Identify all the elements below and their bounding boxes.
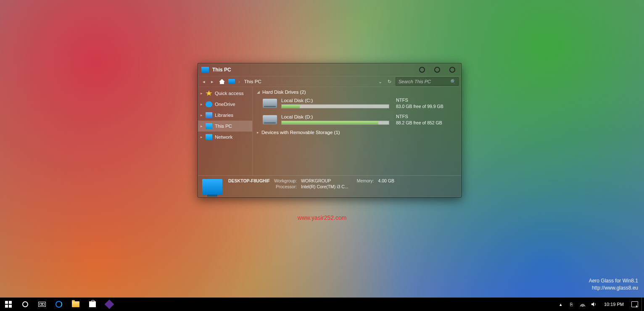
watermark-center: www.yasir252.com xyxy=(298,214,347,221)
network-icon xyxy=(206,134,212,140)
desktop-wallpaper: This PC ◂ ▸ › This PC ⌄ ↻ Search This PC… xyxy=(0,0,644,311)
libraries-icon xyxy=(206,112,212,118)
breadcrumb-dropdown[interactable]: ⌄ xyxy=(377,79,383,84)
task-view-icon xyxy=(38,302,46,307)
usage-bar xyxy=(281,121,389,125)
content-pane: ◢ Hard Disk Drives (2) Local Disk (C:) N… xyxy=(253,87,461,175)
group-header-label: Devices with Removable Storage (1) xyxy=(261,130,340,135)
usage-bar xyxy=(281,104,389,108)
sidebar-item-this-pc[interactable]: ▸ This PC xyxy=(198,121,252,132)
chevron-right-icon: ▸ xyxy=(201,91,203,95)
chevron-right-icon: ▸ xyxy=(257,130,259,134)
drive-name: Local Disk (C:) xyxy=(281,98,389,103)
nav-toolbar: ◂ ▸ › This PC ⌄ ↻ Search This PC 🔍 xyxy=(198,76,461,87)
sidebar-item-label: Quick access xyxy=(215,91,243,96)
computer-icon xyxy=(202,179,222,195)
pc-name: DESKTOP-F8UGHIF xyxy=(228,178,270,183)
search-placeholder: Search This PC xyxy=(399,79,450,84)
app-icon xyxy=(105,300,114,309)
refresh-button[interactable]: ↻ xyxy=(385,79,394,84)
drive-free-space: 88.2 GB free of 852 GB xyxy=(396,120,457,126)
drive-filesystem: NTFS xyxy=(396,97,457,103)
group-header-label: Hard Disk Drives (2) xyxy=(262,90,306,95)
taskbar-clock[interactable]: 10:19 PM xyxy=(602,302,626,307)
network-icon[interactable] xyxy=(580,301,586,307)
hdd-icon xyxy=(263,115,277,124)
taskbar-app-edge[interactable] xyxy=(50,298,67,311)
processor-value: Intel(R) Core(TM) i3 C... xyxy=(301,184,348,189)
workgroup-value: WORKGROUP xyxy=(301,178,348,183)
workgroup-label: Workgroup: xyxy=(274,178,297,183)
action-center-button[interactable] xyxy=(631,301,638,307)
edge-icon xyxy=(55,301,62,308)
breadcrumb-text: This PC xyxy=(244,79,261,84)
drive-item-d[interactable]: Local Disk (D:) NTFS 88.2 GB free of 852… xyxy=(257,113,457,126)
memory-label: Memory: xyxy=(357,178,374,183)
star-icon xyxy=(206,90,212,96)
search-icon: 🔍 xyxy=(450,79,456,84)
folder-icon xyxy=(72,301,79,307)
breadcrumb-pc-icon xyxy=(228,79,235,84)
drive-name: Local Disk (D:) xyxy=(281,114,389,119)
home-icon[interactable] xyxy=(219,79,225,84)
memory-value: 4.00 GB xyxy=(378,178,395,183)
taskbar-app-store[interactable] xyxy=(84,298,101,311)
windows-logo-icon xyxy=(5,301,12,308)
details-pane: DESKTOP-F8UGHIF Workgroup: WORKGROUP Mem… xyxy=(198,175,461,197)
tray-icon[interactable]: ⎘ xyxy=(569,301,575,307)
sidebar-item-quick-access[interactable]: ▸ Quick access xyxy=(198,88,252,99)
cortana-button[interactable] xyxy=(17,298,34,311)
store-icon xyxy=(89,301,96,307)
sidebar-item-label: Libraries xyxy=(215,113,233,118)
pc-icon xyxy=(201,67,209,73)
group-header-removable[interactable]: ▸ Devices with Removable Storage (1) xyxy=(257,130,457,135)
aero-glass-line2: http://www.glass8.eu xyxy=(589,285,638,292)
sidebar-item-onedrive[interactable]: ▸ OneDrive xyxy=(198,99,252,110)
nav-back-button[interactable]: ◂ xyxy=(201,79,207,84)
nav-pane: ▸ Quick access ▸ OneDrive ▸ Libraries ▸ xyxy=(198,87,253,175)
start-button[interactable] xyxy=(0,298,17,311)
tray-overflow-button[interactable]: ▴ xyxy=(558,301,564,307)
breadcrumb-separator: › xyxy=(238,79,240,84)
file-explorer-window: This PC ◂ ▸ › This PC ⌄ ↻ Search This PC… xyxy=(198,63,462,198)
address-bar[interactable]: This PC xyxy=(242,79,375,84)
sidebar-item-label: Network xyxy=(215,134,232,140)
sidebar-item-libraries[interactable]: ▸ Libraries xyxy=(198,110,252,121)
group-header-hdd[interactable]: ◢ Hard Disk Drives (2) xyxy=(257,90,457,95)
taskbar-app-explorer[interactable] xyxy=(67,298,84,311)
svg-point-0 xyxy=(582,306,583,307)
drive-filesystem: NTFS xyxy=(396,113,457,120)
maximize-button[interactable] xyxy=(434,67,440,73)
show-desktop-button[interactable] xyxy=(641,298,644,311)
search-input[interactable]: Search This PC 🔍 xyxy=(396,77,459,86)
sidebar-item-label: This PC xyxy=(215,124,232,129)
drive-free-space: 83.0 GB free of 99.9 GB xyxy=(396,103,457,109)
system-tray: ▴ ⎘ 10:19 PM xyxy=(554,301,641,307)
usage-bar-fill xyxy=(282,121,378,124)
minimize-button[interactable] xyxy=(419,67,425,73)
aero-glass-line1: Aero Glass for Win8.1 xyxy=(589,277,638,285)
chevron-right-icon: ▸ xyxy=(201,135,203,139)
cloud-icon xyxy=(206,101,212,107)
pc-icon xyxy=(206,123,212,129)
task-view-button[interactable] xyxy=(34,298,50,311)
sidebar-item-network[interactable]: ▸ Network xyxy=(198,132,252,142)
close-button[interactable] xyxy=(449,67,455,73)
sidebar-item-label: OneDrive xyxy=(215,102,235,107)
volume-icon[interactable] xyxy=(591,301,596,307)
chevron-right-icon: ▸ xyxy=(201,102,203,106)
taskbar: ▴ ⎘ 10:19 PM xyxy=(0,298,644,311)
titlebar[interactable]: This PC xyxy=(198,63,461,76)
taskbar-app-generic[interactable] xyxy=(101,298,118,311)
cortana-icon xyxy=(22,301,28,307)
nav-forward-button[interactable]: ▸ xyxy=(209,79,216,84)
hdd-icon xyxy=(263,99,277,108)
usage-bar-fill xyxy=(282,105,300,108)
chevron-right-icon: ▸ xyxy=(201,124,203,128)
drive-item-c[interactable]: Local Disk (C:) NTFS 83.0 GB free of 99.… xyxy=(257,97,457,109)
processor-label: Processor: xyxy=(274,184,297,189)
chevron-right-icon: ▸ xyxy=(201,113,203,117)
chevron-down-icon: ◢ xyxy=(257,90,260,94)
window-title: This PC xyxy=(212,67,419,73)
aero-glass-watermark: Aero Glass for Win8.1 http://www.glass8.… xyxy=(589,277,638,292)
